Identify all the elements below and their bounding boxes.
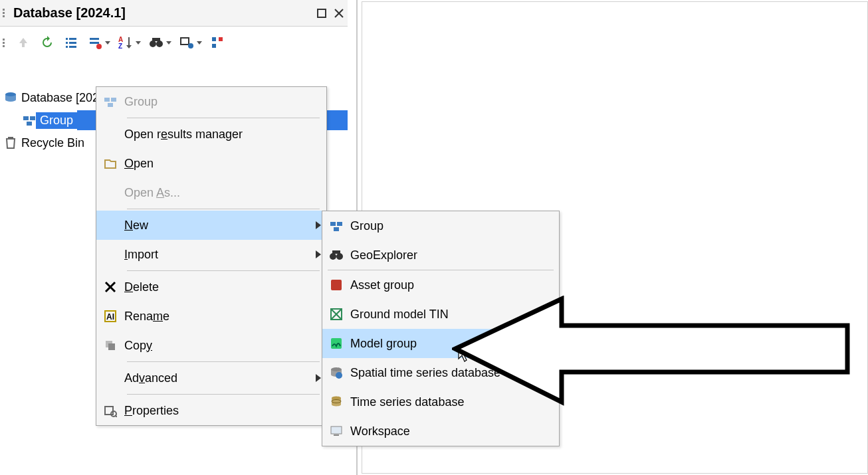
submenu-item-workspace[interactable]: Workspace [322,417,559,446]
open-icon [96,157,124,170]
filter-dropdown[interactable] [86,34,110,51]
svg-rect-21 [212,44,216,48]
menu-item-group: Group [96,87,326,116]
svg-rect-5 [66,42,68,44]
svg-point-11 [96,44,102,49]
menu-label: Time series database [350,395,559,409]
svg-rect-8 [69,46,76,48]
menu-label: Spatial time series database [350,366,559,380]
menu-label: Copy [124,339,326,353]
submenu-item-ground-model-tin[interactable]: Ground model TIN [322,300,559,329]
tree-label: Recycle Bin [21,136,84,150]
connect-icon [178,34,195,51]
grip-icon [3,39,7,47]
menu-item-advanced[interactable]: Advanced [96,363,326,393]
menu-label: Import [124,248,310,262]
refresh-icon[interactable] [39,34,56,51]
chevron-down-icon [105,41,110,45]
menu-label: Advanced [124,371,310,385]
menu-item-new[interactable]: New [96,211,326,240]
maximize-button[interactable] [314,6,329,21]
menu-item-import[interactable]: Import [96,240,326,269]
svg-rect-16 [152,38,160,41]
asset-group-icon [322,278,350,292]
svg-rect-54 [331,427,342,434]
svg-point-15 [156,41,163,47]
panel-title: Database [2024.1] [12,5,313,21]
connect-dropdown[interactable] [178,34,202,51]
context-menu: Group Open results manager Open Open As.… [96,86,327,426]
submenu-item-ts-database[interactable]: Time series database [322,387,559,417]
menu-label: Open results manager [124,128,326,142]
svg-rect-7 [66,46,68,48]
svg-rect-10 [90,42,99,44]
svg-rect-39 [330,222,336,226]
group-icon [322,219,350,233]
menu-label: Properties [124,404,326,418]
menu-label: GeoExplorer [350,248,559,262]
menu-label: Asset group [350,278,559,292]
separator [127,209,320,209]
find-dropdown[interactable] [148,34,171,51]
menu-item-copy[interactable]: Copy [96,331,326,360]
svg-rect-27 [104,98,110,102]
recycle-bin-icon [4,136,17,149]
menu-label: Workspace [350,425,559,438]
menu-item-delete[interactable]: Delete [96,272,326,302]
svg-rect-45 [331,280,342,290]
svg-point-14 [150,41,156,47]
nodes-icon[interactable] [209,34,226,51]
svg-rect-4 [69,38,76,40]
svg-rect-44 [332,250,340,254]
workspace-icon [322,425,350,438]
menu-item-rename[interactable]: AI Rename [96,302,326,331]
menu-label: Model group [350,337,559,351]
svg-rect-35 [108,343,115,350]
chevron-down-icon [166,41,171,45]
delete-icon [96,281,124,293]
menu-item-open-results-manager[interactable]: Open results manager [96,120,326,149]
globe-db-icon [322,366,350,379]
tin-icon [322,308,350,321]
submenu-item-geoexplorer[interactable]: GeoExplorer [322,240,559,270]
submenu-item-spatial-ts-database[interactable]: Spatial time series database [322,358,559,387]
separator [127,270,320,271]
database-icon [4,91,17,104]
svg-text:AI: AI [106,312,114,322]
svg-rect-41 [334,227,339,231]
svg-rect-23 [23,116,29,120]
submenu-item-group[interactable]: Group [322,211,559,240]
menu-label: New [124,219,310,233]
menu-item-open[interactable]: Open [96,149,326,178]
sort-dropdown[interactable]: AZ [117,34,141,51]
grip-icon [3,9,8,17]
submenu-item-model-group[interactable]: Model group [322,329,559,358]
sort-az-icon: AZ [117,34,134,51]
up-icon[interactable] [15,34,32,51]
close-button[interactable] [332,6,346,21]
menu-label: Ground model TIN [350,308,559,322]
svg-rect-17 [181,38,189,45]
svg-rect-29 [108,103,113,107]
menu-label: Group [350,219,559,233]
submenu-item-asset-group[interactable]: Asset group [322,270,559,300]
svg-rect-19 [212,37,216,41]
svg-rect-55 [334,434,339,436]
svg-point-43 [336,253,343,260]
menu-item-properties[interactable]: Properties [96,396,326,425]
binoculars-icon [322,249,350,261]
svg-rect-24 [30,116,35,120]
group-icon [23,114,36,127]
svg-rect-28 [111,98,116,102]
filter-icon [86,34,104,51]
tree-label: Group [40,114,73,127]
menu-label: Delete [124,280,326,294]
svg-rect-40 [337,222,342,226]
svg-rect-9 [90,38,99,40]
menu-label: Open As... [124,186,326,200]
list-icon[interactable] [62,34,80,51]
menu-label: Open [124,157,326,171]
svg-rect-6 [69,42,76,44]
panel-toolbar: AZ [0,29,348,56]
group-icon [96,95,124,108]
